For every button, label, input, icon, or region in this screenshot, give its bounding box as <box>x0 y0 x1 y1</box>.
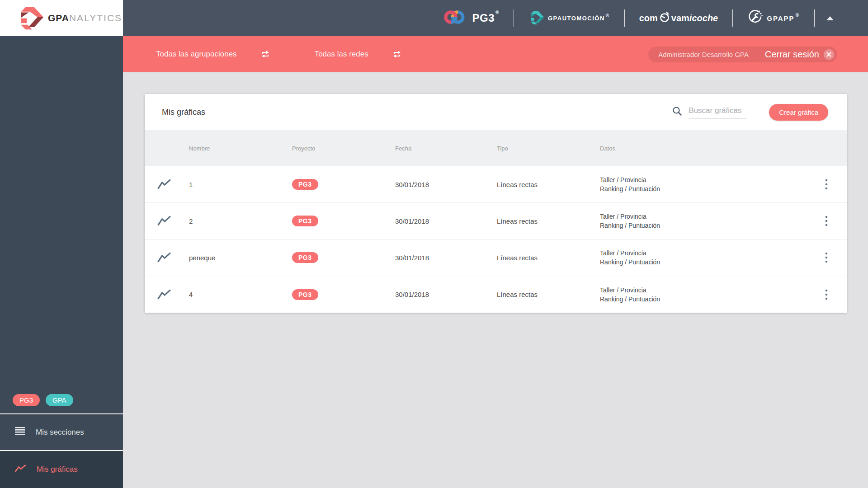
badge-pg3[interactable]: PG3 <box>13 394 40 406</box>
brand-name-bold: GPA <box>48 13 69 23</box>
chart-name: 2 <box>189 217 292 225</box>
chart-date: 30/01/2018 <box>395 181 497 188</box>
comprovamicoche-suffix: icoche <box>689 13 718 23</box>
chart-date: 30/01/2018 <box>395 291 497 298</box>
row-menu-button[interactable] <box>806 289 847 300</box>
row-menu-button[interactable] <box>806 179 847 190</box>
comprovamicoche-prefix: com <box>639 13 658 23</box>
swap-groupings-icon[interactable] <box>260 49 270 59</box>
logout-button[interactable]: Cerrar sesión <box>765 49 819 60</box>
row-chart-icon <box>145 179 189 190</box>
data-line-1: Taller / Provincia <box>600 175 806 184</box>
pg3-label: PG3® <box>472 12 499 24</box>
data-line-1: Taller / Provincia <box>600 249 806 258</box>
data-line-1: Taller / Provincia <box>600 212 806 221</box>
row-chart-icon <box>145 252 189 263</box>
chart-data-fields: Taller / Provincia Ranking / Puntuación <box>600 175 806 193</box>
data-line-2: Ranking / Puntuación <box>600 184 806 193</box>
groupings-filter[interactable]: Todas las agrupaciones <box>156 50 237 59</box>
search-box <box>672 106 746 118</box>
logo-comprovamicoche: com vamicoche <box>625 11 733 26</box>
wrench-icon <box>747 9 763 27</box>
chart-data-fields: Taller / Provincia Ranking / Puntuación <box>600 249 806 267</box>
page-title: Mis gráficas <box>162 108 205 117</box>
project-badge: PG3 <box>292 252 318 263</box>
data-line-2: Ranking / Puntuación <box>600 258 806 267</box>
sidebar-item-label: Mis gráficas <box>37 465 78 474</box>
right-column: PG3® GPAUTOMOCIÓN® com <box>123 0 868 488</box>
logo-pg3: PG3® <box>427 9 514 28</box>
th-fecha: Fecha <box>395 145 497 152</box>
logo-gpapp: GPAPP® <box>733 9 814 27</box>
comprovamicoche-mid: vam <box>671 13 689 23</box>
brand-logo: GPANALYTICS® <box>0 0 123 36</box>
table-row[interactable]: peneque PG3 30/01/2018 Líneas rectas Tal… <box>145 239 847 276</box>
project-badge: PG3 <box>292 216 318 226</box>
row-menu-button[interactable] <box>806 216 847 226</box>
th-proyecto: Proyecto <box>292 145 395 152</box>
chart-type: Líneas rectas <box>497 217 600 225</box>
data-line-1: Taller / Provincia <box>600 286 806 295</box>
sidebar-item-mis-secciones[interactable]: Mis secciones <box>0 414 123 450</box>
collapse-control <box>815 16 845 20</box>
th-tipo: Tipo <box>497 145 600 152</box>
badge-gpa[interactable]: GPA <box>46 394 73 406</box>
row-chart-icon <box>145 289 189 300</box>
logout-close-icon[interactable] <box>824 49 834 60</box>
left-column: GPANALYTICS® PG3 GPA Mis secciones <box>0 0 123 488</box>
project-cell: PG3 <box>292 252 395 263</box>
row-chart-icon <box>145 216 189 226</box>
row-menu-button[interactable] <box>806 252 847 263</box>
filter-bar: Todas las agrupaciones Todas las redes A… <box>123 36 868 72</box>
table-header-row: Nombre Proyecto Fecha Tipo Datos <box>145 130 847 166</box>
create-chart-button[interactable]: Crear gráfica <box>769 104 828 121</box>
gpautomocion-icon <box>528 10 544 26</box>
data-line-2: Ranking / Puntuación <box>600 295 806 304</box>
search-icon <box>672 106 683 118</box>
pg3-infinity-icon <box>442 9 468 28</box>
user-session-pill: Administrador Desarrollo GPA Cerrar sesi… <box>648 47 837 62</box>
menu-icon <box>15 427 25 438</box>
th-datos: Datos <box>600 145 806 152</box>
gpa-analytics-icon <box>17 5 43 32</box>
project-badge: PG3 <box>292 179 318 190</box>
brand-name: GPANALYTICS® <box>48 13 127 23</box>
table-row[interactable]: 2 PG3 30/01/2018 Líneas rectas Taller / … <box>145 203 847 239</box>
sidebar-spacer <box>0 36 123 394</box>
networks-filter[interactable]: Todas las redes <box>315 50 368 59</box>
charts-card: Mis gráficas Crear gráfica Nombre <box>145 94 847 313</box>
data-line-2: Ranking / Puntuación <box>600 221 806 230</box>
sidebar-item-mis-graficas[interactable]: Mis gráficas <box>0 451 123 488</box>
search-input[interactable] <box>689 106 746 118</box>
sidebar-badges: PG3 GPA <box>13 394 123 406</box>
gpapp-label: GPAPP® <box>767 14 800 22</box>
chart-date: 30/01/2018 <box>395 217 497 225</box>
user-name: Administrador Desarrollo GPA <box>658 51 749 58</box>
chart-type: Líneas rectas <box>497 181 600 188</box>
gpautomocion-label: GPAUTOMOCIÓN® <box>548 15 610 22</box>
line-chart-icon <box>15 465 26 475</box>
card-header: Mis gráficas Crear gráfica <box>145 94 847 130</box>
table-row[interactable]: 1 PG3 30/01/2018 Líneas rectas Taller / … <box>145 166 847 203</box>
project-cell: PG3 <box>292 216 395 226</box>
sidebar: PG3 GPA Mis secciones Mis gráfica <box>0 36 123 488</box>
swap-networks-icon[interactable] <box>392 49 402 59</box>
logo-gpautomocion: GPAUTOMOCIÓN® <box>514 10 624 26</box>
sidebar-item-label: Mis secciones <box>36 428 84 437</box>
stopwatch-icon <box>658 11 671 26</box>
collapse-arrow-icon[interactable] <box>826 16 834 20</box>
chart-data-fields: Taller / Provincia Ranking / Puntuación <box>600 286 806 304</box>
brand-name-light: NALYTICS <box>69 13 122 23</box>
main-content: Mis gráficas Crear gráfica Nombre <box>123 72 868 488</box>
chart-name: 4 <box>189 291 292 298</box>
th-nombre: Nombre <box>189 145 292 152</box>
project-cell: PG3 <box>292 289 395 300</box>
top-header: PG3® GPAUTOMOCIÓN® com <box>123 0 868 36</box>
chart-name: peneque <box>189 254 292 262</box>
chart-name: 1 <box>189 181 292 188</box>
chart-data-fields: Taller / Provincia Ranking / Puntuación <box>600 212 806 230</box>
chart-date: 30/01/2018 <box>395 254 497 262</box>
table-row[interactable]: 4 PG3 30/01/2018 Líneas rectas Taller / … <box>145 276 847 313</box>
project-cell: PG3 <box>292 179 395 190</box>
project-badge: PG3 <box>292 289 318 300</box>
